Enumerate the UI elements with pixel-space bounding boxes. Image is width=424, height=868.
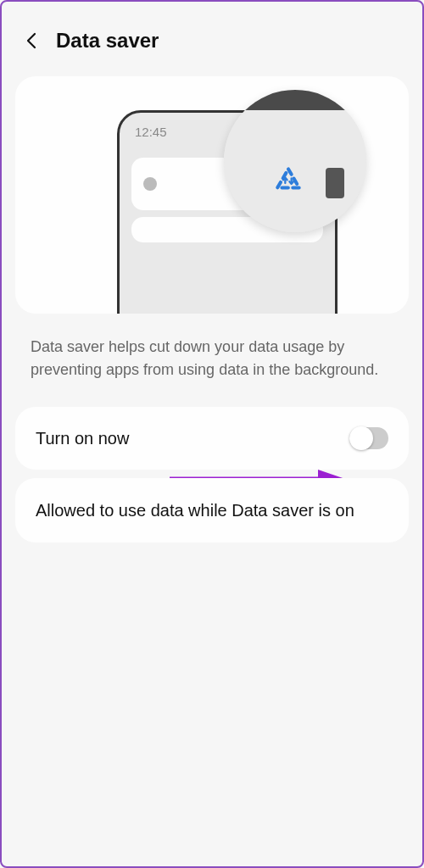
illustration-card: 12:45 [15,76,409,314]
phone-card-dot [143,177,157,191]
page-title: Data saver [56,29,159,53]
header: Data saver [2,2,422,70]
turn-on-label: Turn on now [36,429,129,448]
battery-icon [326,168,344,198]
zoom-inset [224,90,366,232]
allowed-label: Allowed to use data while Data saver is … [36,498,354,522]
back-icon[interactable] [22,31,42,51]
description-text: Data saver helps cut down your data usag… [2,314,422,398]
data-saver-icon [270,164,307,202]
toggle-knob [349,426,373,450]
phone-time: 12:45 [135,125,167,139]
turn-on-row[interactable]: Turn on now [15,407,409,470]
turn-on-toggle[interactable] [349,427,388,449]
allowed-row[interactable]: Allowed to use data while Data saver is … [15,478,409,542]
